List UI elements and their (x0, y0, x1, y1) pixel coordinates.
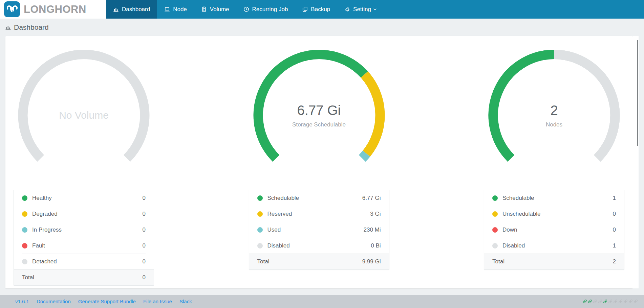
legend-total-value: 0 (143, 274, 146, 281)
legend-dot (492, 195, 498, 201)
volume-gauge-chart: No Volume (14, 49, 154, 184)
footer: v1.6.1 Documentation Generate Support Bu… (0, 295, 644, 308)
tab-volume[interactable]: Volume (194, 0, 236, 19)
legend-value: 0 Bi (371, 242, 381, 249)
legend-value: 0 (613, 227, 616, 233)
version-label: v1.6.1 (15, 299, 29, 304)
legend-total-label: Total (492, 258, 613, 265)
chevron-down-icon (373, 7, 377, 11)
legend-dot (492, 243, 498, 248)
tab-dashboard[interactable]: Dashboard (106, 0, 157, 19)
chain-link-icon (623, 299, 628, 304)
tab-label: Dashboard (122, 6, 150, 13)
legend-value: 0 (143, 195, 146, 202)
legend-label: Schedulable (502, 195, 613, 202)
gauge-arc (484, 49, 624, 182)
dashboard-card: No Volume Healthy0Degraded0In Progress0F… (5, 36, 632, 288)
page-title: Dashboard (14, 23, 49, 31)
nodes-chart-column: 2 Nodes Schedulable1Unschedulable0Down0D… (484, 45, 624, 286)
legend-row: In Progress0 (14, 222, 154, 238)
legend-row: Down0 (484, 222, 624, 238)
legend-value: 0 (143, 242, 146, 249)
brand-text: LONGHORN (24, 3, 86, 16)
database-icon (201, 6, 207, 12)
gauge-arc (14, 49, 154, 182)
scrollbar-track[interactable] (632, 36, 639, 288)
copy-icon (302, 6, 308, 12)
legend-total-label: Total (22, 274, 143, 281)
legend-value: 1 (613, 242, 616, 249)
legend-dot (257, 211, 263, 217)
tab-label: Recurring Job (252, 6, 288, 13)
legend-row: Detached0 (14, 254, 154, 269)
storage-gauge-chart: 6.77 Gi Storage Schedulable (249, 49, 389, 184)
slack-link[interactable]: Slack (179, 299, 192, 304)
storage-chart-column: 6.77 Gi Storage Schedulable Schedulable6… (249, 45, 389, 286)
tab-backup[interactable]: Backup (295, 0, 337, 19)
gauge-arc (249, 49, 389, 182)
laptop-icon (164, 6, 170, 12)
legend-value: 6.77 Gi (362, 195, 381, 202)
brand: LONGHORN (0, 0, 106, 19)
tab-recurring-job[interactable]: Recurring Job (236, 0, 295, 19)
legend-label: Down (502, 227, 613, 233)
chain-link-icon (598, 299, 602, 304)
legend-dot (257, 227, 263, 233)
navbar: LONGHORN Dashboard Node Volu (0, 0, 644, 19)
scrollbar-thumb[interactable] (637, 40, 638, 146)
bull-icon (6, 3, 19, 16)
tab-label: Node (173, 6, 187, 13)
legend-row: Fault0 (14, 238, 154, 254)
nav-tabs: Dashboard Node Volume Recurring Job (106, 0, 644, 19)
tab-node[interactable]: Node (157, 0, 194, 19)
legend-row: Degraded0 (14, 206, 154, 222)
chain-link-icon (588, 299, 592, 304)
legend-label: Fault (32, 242, 143, 249)
file-an-issue-link[interactable]: File an Issue (143, 299, 172, 304)
legend-dot (22, 211, 27, 217)
legend-value: 3 Gi (370, 211, 381, 217)
nodes-gauge-chart: 2 Nodes (484, 49, 624, 184)
legend-row: Disabled0 Bi (249, 238, 389, 254)
legend-row: Used230 Mi (249, 222, 389, 238)
legend-dot (22, 195, 27, 201)
legend-row: Unschedulable0 (484, 206, 624, 222)
legend-total-row: Total2 (484, 254, 624, 269)
legend-row: Schedulable1 (484, 190, 624, 206)
legend-label: Detached (32, 258, 143, 265)
legend-label: Degraded (32, 211, 143, 217)
tab-label: Backup (311, 6, 330, 13)
longhorn-logo[interactable] (4, 1, 20, 17)
tab-label: Volume (210, 6, 229, 13)
storage-legend-table: Schedulable6.77 GiReserved3 GiUsed230 Mi… (249, 190, 389, 270)
page-title-bar: Dashboard (0, 19, 644, 36)
gear-icon (344, 6, 350, 12)
legend-label: Reserved (267, 211, 370, 217)
legend-value: 230 Mi (363, 227, 381, 233)
legend-total-value: 9.99 Gi (362, 258, 381, 265)
legend-value: 0 (143, 211, 146, 217)
tab-setting[interactable]: Setting (337, 0, 384, 19)
generate-support-bundle-link[interactable]: Generate Support Bundle (78, 299, 136, 304)
chain-link-icon (583, 299, 587, 304)
legend-label: Unschedulable (502, 211, 613, 217)
chain-link-icon (628, 299, 633, 304)
bar-chart-icon (5, 24, 11, 30)
legend-total-label: Total (257, 258, 362, 265)
legend-total-value: 2 (613, 258, 616, 265)
legend-dot (22, 259, 27, 264)
legend-label: Used (267, 227, 364, 233)
legend-label: In Progress (32, 227, 143, 233)
chain-link-icon (608, 299, 613, 304)
documentation-link[interactable]: Documentation (37, 299, 71, 304)
chain-link-icon (593, 299, 597, 304)
charts-row: No Volume Healthy0Degraded0In Progress0F… (14, 45, 624, 286)
legend-row: Reserved3 Gi (249, 206, 389, 222)
legend-value: 0 (613, 211, 616, 217)
chain-link-icon (634, 299, 638, 304)
bar-chart-icon (113, 6, 119, 12)
legend-label: Disabled (502, 242, 613, 249)
volume-chart-column: No Volume Healthy0Degraded0In Progress0F… (14, 45, 154, 286)
legend-dot (492, 227, 498, 233)
legend-value: 0 (143, 258, 146, 265)
